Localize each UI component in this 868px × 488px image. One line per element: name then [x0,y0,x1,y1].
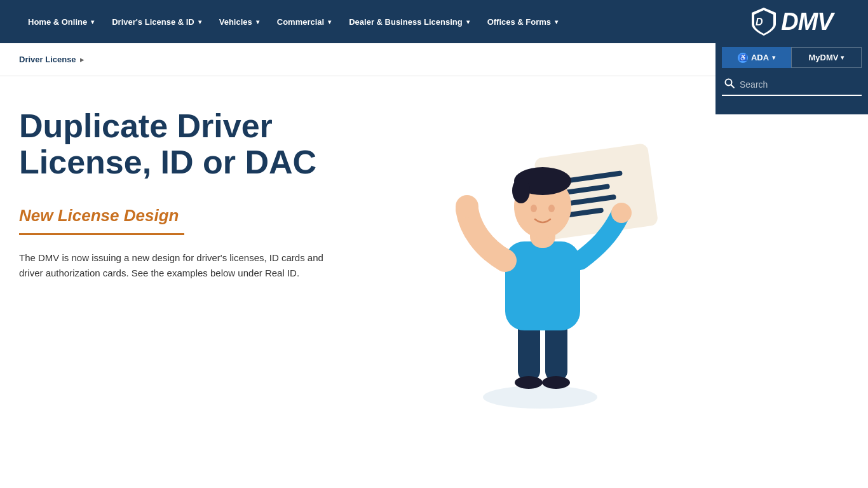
chevron-down-icon: ▾ [555,18,558,25]
svg-point-20 [531,205,537,212]
svg-line-2 [731,85,735,88]
svg-point-19 [512,178,530,203]
chevron-down-icon: ▾ [772,54,775,61]
section-text: The DMV is now issuing a new design for … [19,250,349,281]
section-title: New License Design [19,206,349,226]
svg-point-14 [456,195,478,218]
nav-item-commercial[interactable]: Commercial ▾ [268,0,340,43]
ada-icon: ♿ [738,53,748,63]
hero-illustration [394,108,661,413]
svg-point-11 [515,376,543,389]
shield-icon: D [750,6,777,37]
chevron-down-icon: ▾ [91,18,94,25]
svg-point-15 [611,203,632,223]
nav-item-home[interactable]: Home & Online ▾ [19,0,103,43]
svg-point-3 [483,386,597,409]
ada-button[interactable]: ♿ ADA ▾ [722,47,791,68]
search-box [722,74,862,96]
nav-item-dealer[interactable]: Dealer & Business Licensing ▾ [340,0,478,43]
chevron-down-icon: ▾ [256,18,259,25]
svg-point-21 [548,205,555,212]
header-buttons: ♿ ADA ▾ MyDMV ▾ [715,47,868,68]
breadcrumb-separator: ▸ [80,55,85,64]
chevron-down-icon: ▾ [841,54,844,61]
search-icon [724,78,735,91]
main-content: Duplicate Driver License, ID or DAC New … [0,76,699,445]
nav-item-drivers-license[interactable]: Driver's License & ID ▾ [103,0,210,43]
page-title: Duplicate Driver License, ID or DAC [19,108,349,180]
content-right [375,108,680,413]
chevron-down-icon: ▾ [466,18,470,25]
dmv-logo[interactable]: D DMV [750,6,832,37]
dmv-text: DMV [781,8,832,36]
breadcrumb-link-driver-license[interactable]: Driver License [19,55,76,64]
content-left: Duplicate Driver License, ID or DAC New … [19,108,349,413]
chevron-down-icon: ▾ [328,18,331,25]
search-input[interactable] [740,79,859,90]
svg-rect-13 [505,241,580,330]
nav-item-offices[interactable]: Offices & Forms ▾ [478,0,567,43]
mydmv-button[interactable]: MyDMV ▾ [791,47,862,68]
svg-point-12 [542,376,570,389]
nav-item-vehicles[interactable]: Vehicles ▾ [210,0,268,43]
main-navigation: Home & Online ▾ Driver's License & ID ▾ … [0,0,868,43]
svg-text:D: D [756,17,763,27]
logo-area: D DMV ♿ ADA ▾ MyDMV ▾ [715,0,868,114]
section-divider [19,233,184,235]
chevron-down-icon: ▾ [198,18,201,25]
